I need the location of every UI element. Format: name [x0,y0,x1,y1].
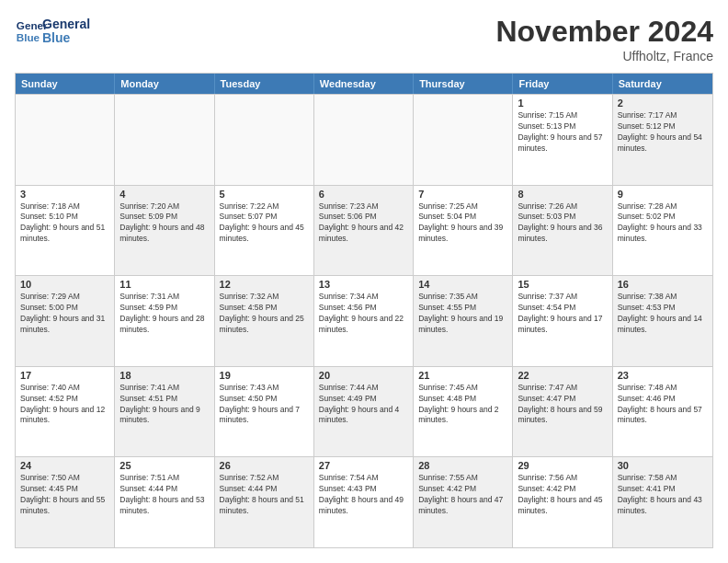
day-cell-27: 27Sunrise: 7:54 AM Sunset: 4:43 PM Dayli… [314,457,414,547]
logo-blue: Blue [42,31,90,45]
logo-general: General [42,17,90,31]
day-number: 14 [418,279,507,290]
day-number: 25 [119,460,209,471]
day-cell-18: 18Sunrise: 7:41 AM Sunset: 4:51 PM Dayli… [115,367,214,457]
day-info: Sunrise: 7:20 AM Sunset: 5:09 PM Dayligh… [119,201,209,246]
day-number: 13 [319,279,408,290]
day-cell-7: 7Sunrise: 7:25 AM Sunset: 5:04 PM Daylig… [414,186,513,276]
empty-cell [314,95,414,185]
day-info: Sunrise: 7:37 AM Sunset: 4:54 PM Dayligh… [518,292,607,336]
header-cell-saturday: Saturday [613,74,712,94]
day-info: Sunrise: 7:52 AM Sunset: 4:44 PM Dayligh… [220,473,309,517]
day-cell-15: 15Sunrise: 7:37 AM Sunset: 4:54 PM Dayli… [513,276,612,366]
day-info: Sunrise: 7:51 AM Sunset: 4:44 PM Dayligh… [119,473,209,517]
day-info: Sunrise: 7:56 AM Sunset: 4:42 PM Dayligh… [518,473,607,517]
day-info: Sunrise: 7:47 AM Sunset: 4:47 PM Dayligh… [518,383,607,427]
day-info: Sunrise: 7:58 AM Sunset: 4:41 PM Dayligh… [618,473,708,517]
day-info: Sunrise: 7:23 AM Sunset: 5:06 PM Dayligh… [319,201,408,246]
day-info: Sunrise: 7:26 AM Sunset: 5:03 PM Dayligh… [518,201,607,246]
header-cell-wednesday: Wednesday [314,74,414,94]
location-subtitle: Uffholtz, France [495,49,713,63]
day-info: Sunrise: 7:48 AM Sunset: 4:46 PM Dayligh… [618,383,708,427]
day-number: 19 [220,370,309,381]
day-number: 21 [418,370,507,381]
day-info: Sunrise: 7:43 AM Sunset: 4:50 PM Dayligh… [220,383,309,427]
title-section: November 2024 Uffholtz, France [495,15,713,63]
header-cell-sunday: Sunday [16,74,115,94]
day-info: Sunrise: 7:41 AM Sunset: 4:51 PM Dayligh… [119,383,209,427]
day-cell-5: 5Sunrise: 7:22 AM Sunset: 5:07 PM Daylig… [215,186,314,276]
day-number: 10 [20,279,109,290]
day-cell-3: 3Sunrise: 7:18 AM Sunset: 5:10 PM Daylig… [16,186,115,276]
day-cell-14: 14Sunrise: 7:35 AM Sunset: 4:55 PM Dayli… [414,276,513,366]
calendar-row-0: 1Sunrise: 7:15 AM Sunset: 5:13 PM Daylig… [16,94,712,185]
day-number: 22 [518,370,607,381]
header-cell-monday: Monday [115,74,214,94]
day-cell-16: 16Sunrise: 7:38 AM Sunset: 4:53 PM Dayli… [613,276,712,366]
day-number: 29 [518,460,607,471]
day-number: 9 [618,189,708,200]
calendar-row-4: 24Sunrise: 7:50 AM Sunset: 4:45 PM Dayli… [16,456,712,547]
day-cell-4: 4Sunrise: 7:20 AM Sunset: 5:09 PM Daylig… [115,186,214,276]
calendar-row-3: 17Sunrise: 7:40 AM Sunset: 4:52 PM Dayli… [16,366,712,457]
day-number: 20 [319,370,408,381]
day-cell-21: 21Sunrise: 7:45 AM Sunset: 4:48 PM Dayli… [414,367,513,457]
header-cell-friday: Friday [513,74,612,94]
day-number: 23 [618,370,708,381]
day-cell-23: 23Sunrise: 7:48 AM Sunset: 4:46 PM Dayli… [613,367,712,457]
empty-cell [16,95,115,185]
day-cell-25: 25Sunrise: 7:51 AM Sunset: 4:44 PM Dayli… [115,457,214,547]
day-number: 18 [119,370,209,381]
day-cell-20: 20Sunrise: 7:44 AM Sunset: 4:49 PM Dayli… [314,367,414,457]
day-number: 6 [319,189,408,200]
svg-text:Blue: Blue [17,31,40,43]
day-info: Sunrise: 7:38 AM Sunset: 4:53 PM Dayligh… [618,292,708,336]
page: General Blue General Blue November 2024 … [0,0,728,563]
day-cell-8: 8Sunrise: 7:26 AM Sunset: 5:03 PM Daylig… [513,186,612,276]
day-number: 27 [319,460,408,471]
day-number: 5 [220,189,309,200]
day-info: Sunrise: 7:17 AM Sunset: 5:12 PM Dayligh… [618,110,708,155]
day-info: Sunrise: 7:18 AM Sunset: 5:10 PM Dayligh… [20,201,109,246]
day-cell-12: 12Sunrise: 7:32 AM Sunset: 4:58 PM Dayli… [215,276,314,366]
day-number: 17 [20,370,109,381]
day-number: 24 [20,460,109,471]
day-number: 7 [418,189,507,200]
day-number: 28 [418,460,507,471]
day-info: Sunrise: 7:40 AM Sunset: 4:52 PM Dayligh… [20,383,109,427]
day-cell-11: 11Sunrise: 7:31 AM Sunset: 4:59 PM Dayli… [115,276,214,366]
empty-cell [215,95,314,185]
day-info: Sunrise: 7:45 AM Sunset: 4:48 PM Dayligh… [418,383,507,427]
day-cell-13: 13Sunrise: 7:34 AM Sunset: 4:56 PM Dayli… [314,276,414,366]
day-info: Sunrise: 7:15 AM Sunset: 5:13 PM Dayligh… [518,110,607,155]
day-cell-30: 30Sunrise: 7:58 AM Sunset: 4:41 PM Dayli… [613,457,712,547]
empty-cell [414,95,513,185]
header-cell-thursday: Thursday [414,74,513,94]
day-number: 16 [618,279,708,290]
day-info: Sunrise: 7:35 AM Sunset: 4:55 PM Dayligh… [418,292,507,336]
day-cell-2: 2Sunrise: 7:17 AM Sunset: 5:12 PM Daylig… [613,95,712,185]
calendar-row-2: 10Sunrise: 7:29 AM Sunset: 5:00 PM Dayli… [16,275,712,366]
day-info: Sunrise: 7:29 AM Sunset: 5:00 PM Dayligh… [20,292,109,336]
day-cell-24: 24Sunrise: 7:50 AM Sunset: 4:45 PM Dayli… [16,457,115,547]
header-cell-tuesday: Tuesday [215,74,314,94]
day-cell-28: 28Sunrise: 7:55 AM Sunset: 4:42 PM Dayli… [414,457,513,547]
day-cell-19: 19Sunrise: 7:43 AM Sunset: 4:50 PM Dayli… [215,367,314,457]
day-info: Sunrise: 7:28 AM Sunset: 5:02 PM Dayligh… [618,201,708,246]
day-cell-10: 10Sunrise: 7:29 AM Sunset: 5:00 PM Dayli… [16,276,115,366]
day-cell-1: 1Sunrise: 7:15 AM Sunset: 5:13 PM Daylig… [513,95,612,185]
day-info: Sunrise: 7:54 AM Sunset: 4:43 PM Dayligh… [319,473,408,517]
calendar-body: 1Sunrise: 7:15 AM Sunset: 5:13 PM Daylig… [16,94,712,547]
day-cell-26: 26Sunrise: 7:52 AM Sunset: 4:44 PM Dayli… [215,457,314,547]
day-cell-6: 6Sunrise: 7:23 AM Sunset: 5:06 PM Daylig… [314,186,414,276]
calendar-row-1: 3Sunrise: 7:18 AM Sunset: 5:10 PM Daylig… [16,185,712,276]
day-number: 11 [119,279,209,290]
header: General Blue General Blue November 2024 … [15,15,713,63]
day-info: Sunrise: 7:32 AM Sunset: 4:58 PM Dayligh… [220,292,309,336]
day-cell-9: 9Sunrise: 7:28 AM Sunset: 5:02 PM Daylig… [613,186,712,276]
day-number: 15 [518,279,607,290]
day-number: 2 [618,98,708,109]
day-number: 3 [20,189,109,200]
day-info: Sunrise: 7:25 AM Sunset: 5:04 PM Dayligh… [418,201,507,246]
day-number: 1 [518,98,607,109]
